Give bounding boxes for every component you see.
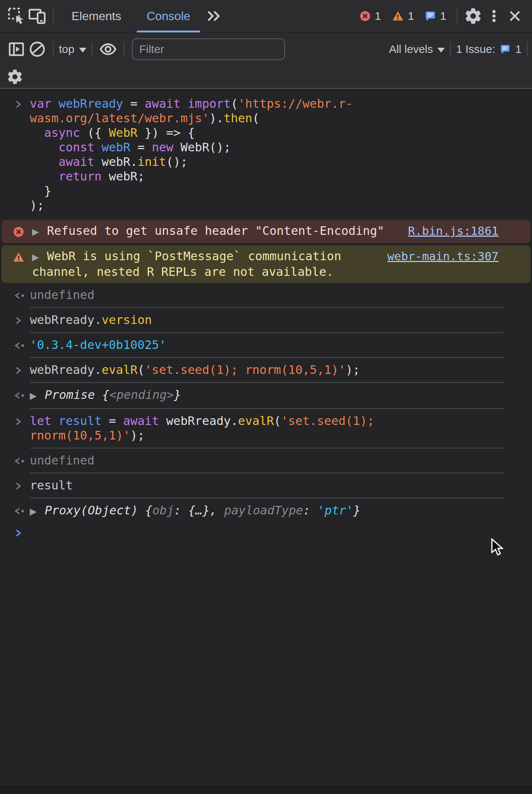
chevron-down-icon [437,48,445,53]
divider [92,42,92,57]
console-token: await [145,97,180,111]
close-devtools-button[interactable] [504,4,525,28]
window-bottom-edge [0,785,532,794]
console-prompt[interactable] [0,524,532,542]
messages-count-badge[interactable]: 1 [424,10,446,22]
console-token: async [44,126,80,140]
console-entry-output: ▶Proxy(Object) {obj: {…}, payloadType: '… [0,498,532,524]
console-token: await [58,155,94,169]
console-settings-button[interactable] [6,66,24,87]
warning-count-badge[interactable]: 1 [392,10,414,22]
console-entry-input: var webRready = await import('https://we… [0,92,532,218]
console-token: (); [166,155,188,169]
console-token: } [353,503,360,517]
console-entry-output: undefined [0,283,532,307]
device-toolbar-button[interactable] [27,4,48,28]
more-tabs-icon [205,9,222,23]
console-token: webR; [102,169,145,183]
inspect-icon [7,6,26,26]
clear-console-button[interactable] [27,37,48,61]
divider [53,42,54,57]
tab-elements[interactable]: Elements [60,0,132,32]
console-token: ( [137,363,145,377]
customize-menu-button[interactable] [484,4,504,28]
console-token: webR. [94,155,137,169]
console-token: ({ [80,126,109,140]
error-icon [1,224,32,239]
more-tabs-button[interactable] [203,4,224,28]
input-chevron-icon [0,363,30,377]
console-token: channel, nested R REPLs are not availabl… [32,265,333,279]
expand-triangle-icon[interactable]: ▶ [30,504,40,519]
eye-icon [99,40,117,59]
inspect-element-button[interactable] [6,4,27,28]
console-token: 'set.seed(1); [281,414,374,428]
divider [53,9,54,23]
console-token: new [152,140,174,154]
expand-triangle-icon[interactable]: ▶ [32,225,42,239]
console-token: } [174,388,181,402]
messages-badge-icon [424,10,436,22]
console-message-error: R.bin.js:1861▶Refused to get unsafe head… [1,220,531,243]
console-token: version [102,313,152,327]
console-token: ); [346,363,360,377]
divider [457,9,457,23]
tab-console[interactable]: Console [135,0,201,32]
console-token [94,140,101,154]
source-location-link[interactable]: webr-main.ts:307 [387,249,498,264]
settings-button[interactable] [463,4,484,28]
filter-input[interactable]: Filter [132,38,285,60]
console-token: obj [152,503,174,517]
context-selector-label: top [59,43,75,56]
console-token: <pending> [109,388,174,402]
expand-triangle-icon[interactable]: ▶ [30,389,40,403]
output-chevron-icon [0,453,30,468]
tab-console-label: Console [146,9,190,23]
console-token: = [123,97,145,111]
error-count: 1 [375,10,381,22]
log-level-selector[interactable]: All levels [389,43,445,56]
console-token: = [130,140,152,154]
console-entry-text: let result = await webRready.evalR('set.… [30,414,532,443]
context-selector[interactable]: top [59,43,86,56]
input-chevron-icon [0,313,30,327]
clear-console-icon [28,40,46,58]
live-expression-button[interactable] [98,37,118,61]
output-chevron-icon [0,288,30,302]
console-token: webRready. [30,363,102,377]
console-toolbar: top Filter All levels 1 Issue: 1 [0,33,532,66]
console-entry-output: ▶Promise {<pending>} [0,383,532,408]
filter-placeholder: Filter [139,43,164,56]
console-entry-input: webRready.version [0,308,532,332]
console-token: 'https://webr.r- [238,97,353,111]
console-token: Refused to get unsafe header "Content-En… [47,224,384,238]
source-location-link[interactable]: R.bin.js:1861 [408,224,498,238]
console-entry-input: webRready.evalR('set.seed(1); rnorm(10,5… [0,358,532,382]
console-token: : {…}, [174,503,224,517]
console-entry-input: let result = await webRready.evalR('set.… [0,409,532,448]
console-entry-text: webRready.evalR('set.seed(1); rnorm(10,5… [30,363,532,377]
expand-triangle-icon[interactable]: ▶ [32,250,42,265]
console-token: : [303,503,318,517]
console-entry-text: result [30,478,532,493]
console-token: { [102,388,109,402]
prompt-chevron-icon [0,525,30,537]
console-entry-text: '0.3.4-dev+0b10025' [30,338,532,352]
console-token: evalR [102,363,137,377]
console-token [181,97,188,111]
console-token: init [137,155,166,169]
issues-count: 1 [515,43,522,56]
console-sidebar-toggle-button[interactable] [6,37,27,61]
kebab-menu-icon [486,8,502,24]
console-entry-output: '0.3.4-dev+0b10025' [0,333,532,357]
console-token: payloadType [224,503,303,517]
warning-badge-icon [392,10,404,22]
warning-icon [1,249,32,279]
console-token: }) => { [137,126,195,140]
error-count-badge[interactable]: 1 [359,10,381,22]
console-token: var [30,97,51,111]
console-token: WebR(); [173,140,231,154]
console-message-warning: webr-main.ts:307▶WebR is using `PostMess… [1,245,531,283]
issues-counter[interactable]: 1 Issue: 1 [456,43,522,56]
close-icon [507,8,523,24]
